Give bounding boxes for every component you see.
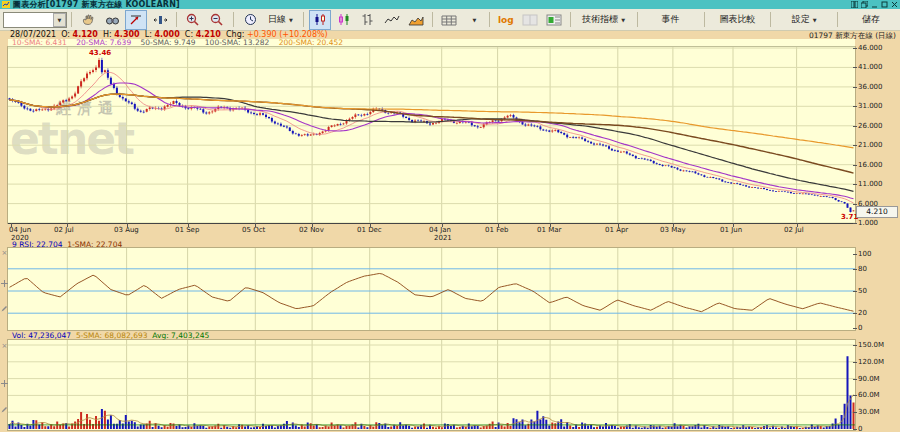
axis-tick (853, 412, 857, 413)
panel-layout-icon (546, 14, 562, 26)
log-label: log (498, 15, 514, 25)
price-axis-label: 46.000 (858, 44, 883, 52)
date-axis-label: 01 Jun (720, 226, 742, 234)
rsi-axis-label: 100 (858, 250, 871, 258)
price-candles-svg[interactable] (8, 47, 855, 223)
date-axis-label: 01 Sep (175, 226, 199, 234)
candle-width-button[interactable] (149, 10, 171, 30)
date-axis-label: 02 Nov (299, 226, 324, 234)
line-chart-icon (384, 14, 400, 26)
restore-button[interactable] (881, 1, 888, 8)
titlebar[interactable]: 圖表分析[01797 新東方在線 KOOLEARN] (0, 0, 900, 9)
axis-tick (853, 429, 857, 430)
compare-layout-button[interactable] (519, 10, 541, 30)
axis-tick (853, 313, 857, 314)
table-grid-icon (441, 14, 457, 26)
axis-tick (853, 379, 857, 380)
menu-technical-indicators[interactable]: 技術指標▼ (575, 13, 633, 26)
rsi-edit-icon[interactable] (1, 305, 8, 312)
volume-axis-label: 0 (858, 425, 862, 432)
date-axis-label: 03 May (660, 226, 686, 234)
sma10-legend: 10-SMA: 6.431 (12, 38, 67, 47)
volume-panel[interactable] (8, 340, 855, 430)
volume-axis-label: 60.0M (858, 391, 880, 399)
symbol-combobox[interactable]: ▼ (3, 12, 67, 28)
panel-layout-button[interactable] (543, 10, 565, 30)
data-table-button[interactable] (438, 10, 460, 30)
chart-type-area-button[interactable] (405, 10, 427, 30)
chart-type-candle-button[interactable] (309, 10, 331, 30)
period-dropdown[interactable]: 日線▼ (263, 10, 298, 30)
axis-tick (853, 328, 857, 329)
period-label: 日線 (268, 13, 286, 26)
volume-legend: Vol: 47,236,047 5-SMA: 68,082,693 Avg: 7… (12, 331, 209, 340)
volume-close-icon[interactable]: × (1, 343, 8, 350)
chevron-down-icon: ▼ (813, 17, 817, 23)
axis-tick (853, 145, 857, 146)
volume-move-icon[interactable] (1, 380, 8, 387)
rsi-move-icon[interactable] (1, 280, 8, 287)
zoom-out-button[interactable] (206, 10, 228, 30)
pointer-icon (129, 14, 143, 26)
toolbar: ▼ 日線▼ ▼ log 技術指標▼ 事件 圖表比較 (0, 9, 900, 31)
sma20-legend: 20-SMA: 7.639 (76, 38, 131, 47)
price-axis-label: 21.000 (858, 141, 883, 149)
candle-width-icon (153, 14, 168, 26)
chart-type-hollow-candle-button[interactable] (333, 10, 355, 30)
price-axis-label: 11.000 (858, 180, 883, 188)
year-axis-label: 2021 (434, 234, 452, 242)
date-axis-label: 01 Dec (357, 226, 382, 234)
price-axis-label: 31.000 (858, 102, 883, 110)
rsi-axis-label: 20 (858, 309, 867, 317)
rsi-line-svg[interactable] (8, 248, 855, 330)
axis-tick (853, 362, 857, 363)
rsi-close-icon[interactable]: × (1, 250, 8, 257)
date-axis-label: 04 Jun (9, 226, 31, 234)
pan-hand-button[interactable] (77, 10, 99, 30)
date-axis-label: 02 Jul (54, 226, 74, 234)
date-axis-label: 03 Aug (114, 226, 139, 234)
axis-tick (853, 223, 857, 224)
date-axis-label: 01 Mar (537, 226, 561, 234)
axis-tick (853, 126, 857, 127)
rsi-panel[interactable] (8, 248, 855, 330)
menu-settings[interactable]: 設定▼ (775, 13, 833, 26)
cascade-windows-button[interactable] (861, 1, 868, 8)
tile-windows-button[interactable] (851, 1, 858, 8)
high-annotation: 43.46 (89, 49, 111, 57)
chart-type-ohlc-button[interactable] (357, 10, 379, 30)
axis-tick (853, 291, 857, 292)
menu-save[interactable]: 儲存 (842, 13, 900, 26)
ohlc-bars-icon (361, 13, 374, 26)
zoom-area-button[interactable] (101, 10, 123, 30)
menu-events[interactable]: 事件 (642, 13, 700, 26)
menu-bar: 技術指標▼ 事件 圖表比較 設定▼ 儲存 (575, 9, 900, 30)
log-scale-button[interactable]: log (495, 10, 517, 30)
axis-tick (853, 67, 857, 68)
chevron-down-icon: ▼ (289, 17, 293, 23)
volume-bars-svg[interactable] (8, 340, 855, 430)
volume-sma-value: 68,082,693 (105, 331, 148, 340)
minimize-button[interactable] (871, 1, 878, 8)
history-clock-button[interactable] (239, 10, 261, 30)
axis-tick (853, 106, 857, 107)
menu-chart-compare[interactable]: 圖表比較 (709, 13, 767, 26)
chevron-down-icon: ▼ (472, 17, 476, 23)
axis-tick (853, 87, 857, 88)
date-axis-label: 02 Jul (784, 226, 804, 234)
sma-legend-row: 10-SMA: 6.431 20-SMA: 7.639 50-SMA: 9.74… (8, 39, 855, 47)
price-axis-label: 36.000 (858, 83, 883, 91)
table-dropdown-button[interactable]: ▼ (462, 10, 484, 30)
price-chart-panel[interactable]: 經濟通 etnet (8, 47, 855, 223)
volume-edit-icon[interactable] (1, 406, 8, 413)
crosshair-pointer-button[interactable] (125, 10, 147, 30)
date-axis-label: 01 Apr (605, 226, 628, 234)
sma100-legend: 100-SMA: 13.282 (205, 38, 269, 47)
chart-type-line-button[interactable] (381, 10, 403, 30)
price-axis-label: 16.000 (858, 161, 883, 169)
clock-icon (244, 13, 257, 26)
rsi-axis-label: 50 (858, 287, 867, 295)
close-button[interactable] (891, 1, 898, 8)
combobox-dropdown-icon[interactable]: ▼ (53, 13, 66, 27)
zoom-in-button[interactable] (182, 10, 204, 30)
